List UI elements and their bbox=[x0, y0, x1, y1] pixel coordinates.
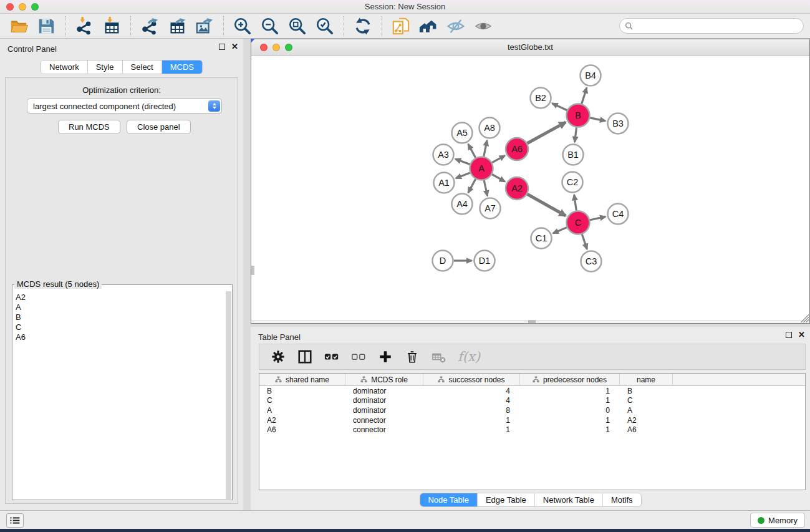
graph-node-D[interactable]: D bbox=[433, 251, 453, 271]
cell-shared-name[interactable]: A6 bbox=[259, 425, 345, 435]
memory-button[interactable]: Memory bbox=[750, 513, 805, 528]
cell-name[interactable]: A bbox=[620, 405, 673, 415]
graph-node-B2[interactable]: B2 bbox=[531, 88, 551, 109]
cell-predecessor-nodes[interactable]: 0 bbox=[520, 405, 620, 415]
new-network-from-selection-icon[interactable] bbox=[391, 16, 411, 36]
close-panel-button[interactable]: Close panel bbox=[127, 120, 191, 134]
table-row[interactable]: A6connector11A6 bbox=[259, 425, 805, 435]
canvas-horizontal-scroll-thumb[interactable] bbox=[528, 320, 536, 323]
cell-MCDS-role[interactable]: connector bbox=[345, 425, 423, 435]
tab-network[interactable]: Network bbox=[41, 60, 88, 74]
graph-edge-A-A8[interactable] bbox=[484, 140, 487, 157]
table-row[interactable]: Bdominator41B bbox=[259, 386, 805, 396]
cell-shared-name[interactable]: A bbox=[259, 405, 345, 415]
network-graph[interactable]: A A1 A2 A3 A4 A5 A6 A7 A8 B B1 B2 B3 bbox=[251, 56, 809, 323]
graph-node-A6[interactable]: A6 bbox=[506, 138, 528, 160]
export-table-icon[interactable] bbox=[167, 16, 187, 36]
float-icon[interactable] bbox=[786, 332, 792, 338]
result-scrollbar[interactable] bbox=[226, 291, 231, 499]
cell-shared-name[interactable]: A2 bbox=[259, 415, 345, 425]
column-header-shared-name[interactable]: shared name bbox=[259, 374, 345, 385]
graph-edge-B-B3[interactable] bbox=[590, 118, 605, 121]
float-icon[interactable] bbox=[219, 44, 225, 50]
graph-node-A1[interactable]: A1 bbox=[434, 173, 455, 193]
tab-node-table[interactable]: Node Table bbox=[420, 493, 478, 506]
task-list-button[interactable] bbox=[6, 513, 24, 528]
graph-node-B[interactable]: B bbox=[567, 104, 590, 127]
graph-edge-C-C2[interactable] bbox=[574, 195, 577, 210]
result-list-item[interactable]: C bbox=[14, 322, 224, 332]
deselect-all-icon[interactable] bbox=[350, 349, 367, 365]
tab-edge-table[interactable]: Edge Table bbox=[478, 493, 535, 506]
gear-icon[interactable] bbox=[270, 349, 286, 365]
tab-mcds[interactable]: MCDS bbox=[162, 60, 202, 74]
cell-successor-nodes[interactable]: 8 bbox=[423, 405, 520, 415]
graph-node-B3[interactable]: B3 bbox=[608, 114, 629, 134]
graph-edge-B-B1[interactable] bbox=[575, 127, 577, 142]
export-image-icon[interactable] bbox=[195, 16, 215, 36]
delete-icon[interactable] bbox=[404, 349, 420, 365]
graph-edge-A2-C[interactable] bbox=[528, 194, 566, 216]
graph-node-C3[interactable]: C3 bbox=[581, 251, 602, 272]
graph-node-A7[interactable]: A7 bbox=[480, 198, 501, 219]
graph-edge-C-C3[interactable] bbox=[582, 235, 587, 249]
cell-successor-nodes[interactable]: 4 bbox=[423, 396, 520, 406]
cell-name[interactable]: C bbox=[620, 396, 673, 406]
graph-edge-C-C1[interactable] bbox=[553, 228, 567, 233]
graph-edge-A-A6[interactable] bbox=[492, 156, 505, 163]
column-header-MCDS-role[interactable]: MCDS role bbox=[345, 374, 423, 385]
graph-node-A[interactable]: A bbox=[470, 157, 493, 180]
cell-predecessor-nodes[interactable]: 1 bbox=[520, 425, 620, 435]
cell-shared-name[interactable]: B bbox=[259, 386, 345, 396]
cell-MCDS-role[interactable]: connector bbox=[345, 415, 423, 425]
search-input[interactable] bbox=[619, 18, 804, 34]
save-session-icon[interactable] bbox=[36, 16, 56, 36]
network-window-titlebar[interactable]: testGlobe.txt bbox=[251, 39, 809, 56]
graph-node-B1[interactable]: B1 bbox=[563, 145, 584, 165]
graph-edge-A-A3[interactable] bbox=[455, 159, 470, 164]
cell-predecessor-nodes[interactable]: 1 bbox=[520, 396, 620, 406]
canvas-vertical-scroll-thumb[interactable] bbox=[251, 266, 254, 275]
add-icon[interactable] bbox=[377, 349, 393, 365]
cell-successor-nodes[interactable]: 1 bbox=[423, 415, 520, 425]
cell-name[interactable]: A2 bbox=[620, 415, 673, 425]
graph-node-A3[interactable]: A3 bbox=[433, 145, 454, 165]
graph-node-A8[interactable]: A8 bbox=[480, 118, 500, 138]
criterion-select[interactable]: largest connected component (directed) bbox=[27, 99, 222, 114]
tab-network-table[interactable]: Network Table bbox=[535, 493, 603, 506]
cell-successor-nodes[interactable]: 1 bbox=[423, 425, 520, 435]
result-list-item[interactable]: B bbox=[14, 312, 224, 322]
zoom-selected-icon[interactable] bbox=[315, 16, 335, 36]
tab-motifs[interactable]: Motifs bbox=[603, 493, 641, 506]
cell-name[interactable]: A6 bbox=[620, 425, 673, 435]
graph-node-A5[interactable]: A5 bbox=[452, 123, 473, 143]
cell-predecessor-nodes[interactable]: 1 bbox=[520, 386, 620, 396]
show-all-icon[interactable] bbox=[473, 16, 493, 36]
network-canvas[interactable]: A A1 A2 A3 A4 A5 A6 A7 A8 B B1 B2 B3 bbox=[251, 56, 809, 323]
columns-icon[interactable] bbox=[297, 349, 313, 365]
cell-successor-nodes[interactable]: 4 bbox=[423, 386, 520, 396]
cell-name[interactable]: B bbox=[620, 386, 673, 396]
run-mcds-button[interactable]: Run MCDS bbox=[58, 120, 120, 134]
fx-icon[interactable]: f(x) bbox=[458, 349, 480, 365]
result-list-item[interactable]: A6 bbox=[14, 332, 224, 342]
cell-shared-name[interactable]: C bbox=[259, 396, 345, 406]
graph-edge-A-A5[interactable] bbox=[468, 144, 476, 158]
graph-edge-B-B2[interactable] bbox=[552, 104, 567, 110]
graph-node-C2[interactable]: C2 bbox=[562, 172, 583, 193]
graph-node-A2[interactable]: A2 bbox=[506, 177, 528, 200]
result-list-item[interactable]: A bbox=[14, 302, 224, 312]
graph-node-C4[interactable]: C4 bbox=[608, 204, 629, 225]
import-table-icon[interactable] bbox=[102, 16, 122, 36]
select-all-icon[interactable] bbox=[324, 349, 340, 365]
column-header-predecessor-nodes[interactable]: predecessor nodes bbox=[520, 374, 620, 385]
graph-edge-A-A4[interactable] bbox=[468, 179, 476, 193]
zoom-in-icon[interactable] bbox=[233, 16, 253, 36]
refresh-icon[interactable] bbox=[353, 16, 373, 36]
first-neighbors-icon[interactable] bbox=[418, 16, 438, 36]
close-icon[interactable]: ✕ bbox=[798, 332, 805, 338]
cell-MCDS-role[interactable]: dominator bbox=[345, 405, 423, 415]
graph-edge-A-A1[interactable] bbox=[456, 173, 470, 178]
open-session-icon[interactable] bbox=[9, 16, 29, 36]
hide-selected-icon[interactable] bbox=[446, 16, 466, 36]
